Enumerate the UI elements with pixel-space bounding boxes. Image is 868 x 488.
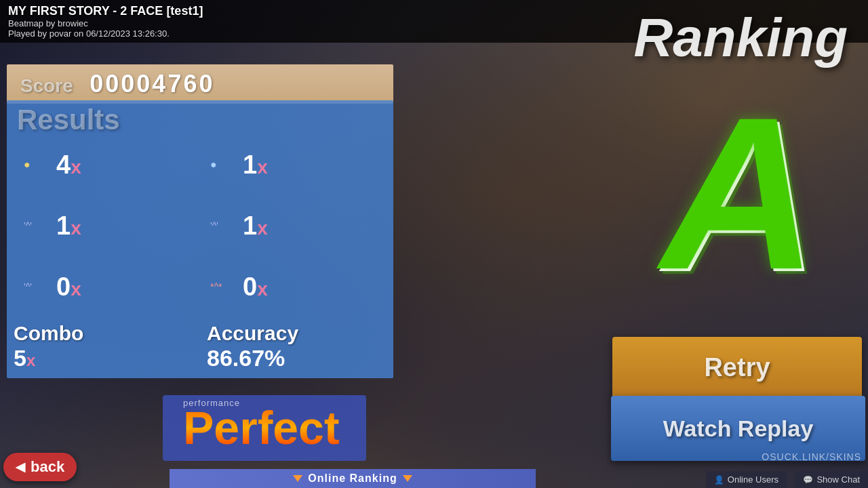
hit-count-50: 1x [243,211,268,241]
grade-display: A [624,61,854,325]
show-chat-button[interactable]: 💬 Show Chat [795,471,868,488]
hit-cell-50: '^' 1x [200,195,387,256]
online-users-label: Online Users [728,474,778,485]
accuracy-label: Accuracy [207,322,387,345]
results-label: Results [17,104,120,136]
hit-count-miss1: 0x [56,272,81,302]
triangle-right-icon [403,475,412,482]
ranking-title: Ranking [633,7,848,69]
hit-count-300: 4x [56,150,81,180]
results-panel: Results ● 4x ● 1x '^' 1x '^' 1x '^' 0x *… [7,100,393,378]
hit-cell-miss2: *^* 0x [200,256,387,317]
combo-block: Combo 5x [14,322,193,371]
score-value: 00004760 [90,70,214,98]
score-box: Score 00004760 [7,64,393,104]
combo-value: 5x [14,345,193,371]
hit-icon-miss1: '^' [24,281,51,292]
combo-accuracy-row: Combo 5x Accuracy 86.67% [14,322,387,371]
hit-cell-200: '^' 1x [14,195,200,256]
back-label: back [31,458,64,476]
online-ranking-bar[interactable]: Online Ranking [170,469,536,488]
hit-count-100r: 1x [243,150,268,180]
retry-button[interactable]: Retry [612,337,862,398]
perfect-text: Perfect [183,405,346,451]
hits-grid: ● 4x ● 1x '^' 1x '^' 1x '^' 0x *^* 0x [14,134,387,317]
hit-count-miss2: 0x [243,272,268,302]
score-label: Score [20,75,73,96]
performance-box: performance Perfect [163,395,366,461]
hit-icon-50: '^' [210,220,237,231]
hit-icon-100r: ● [210,159,237,171]
accuracy-value: 86.67% [207,345,387,371]
osuck-link: OSUCK.LINK/SKINS [762,451,861,462]
combo-label: Combo [14,322,193,345]
hit-cell-300: ● 4x [14,134,200,195]
grade-letter: A [660,85,817,302]
hit-icon-miss2: *^* [210,281,237,292]
chat-icon: 💬 [803,475,813,485]
hit-count-200: 1x [56,211,81,241]
hit-icon-300: ● [24,159,51,171]
back-button[interactable]: ◀ back [3,453,77,481]
hit-cell-miss1: '^' 0x [14,256,200,317]
triangle-left-icon [293,475,302,482]
online-users-bar: 👤 Online Users [706,471,787,488]
hit-cell-100-right: ● 1x [200,134,387,195]
show-chat-label: Show Chat [816,474,860,485]
back-arrow-icon: ◀ [16,460,25,474]
users-icon: 👤 [714,475,724,485]
online-ranking-text: Online Ranking [308,472,397,485]
hit-icon-200: '^' [24,220,51,231]
accuracy-block: Accuracy 86.67% [207,322,387,371]
